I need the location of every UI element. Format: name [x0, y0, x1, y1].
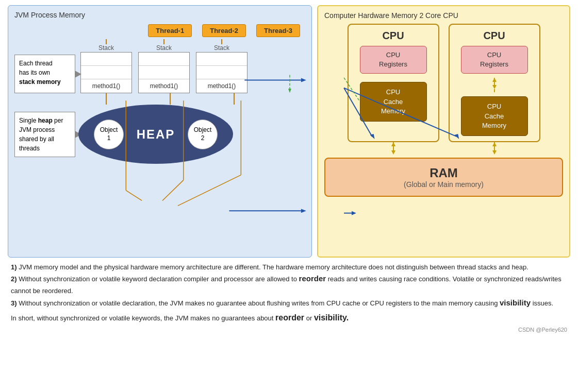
ram-box: RAM (Global or Main memory)	[324, 158, 563, 197]
svg-marker-21	[391, 150, 395, 155]
description-area: 1) JVM memory model and the physical har…	[8, 262, 570, 325]
svg-line-3	[162, 180, 184, 201]
svg-marker-27	[492, 142, 497, 146]
hw-cpus: CPU CPURegisters CPUCacheMemory CPU CPUR…	[324, 24, 563, 142]
hw-section: Computer Hardware Memory 2 Core CPU CPU …	[317, 5, 570, 258]
threads-area: Thread-1 Thread-2 Thread-3 Each threadha…	[14, 24, 305, 105]
cpu-2-cache: CPUCacheMemory	[461, 96, 528, 136]
svg-marker-19	[492, 78, 497, 82]
jvm-section: JVM Process Memory Thread-1 Thread-2 Thr…	[8, 5, 312, 258]
cpu-box-1: CPU CPURegisters CPUCacheMemory	[348, 24, 439, 142]
heap-area: Single heap per JVM process shared by al…	[14, 105, 305, 164]
hw-title: Computer Hardware Memory 2 Core CPU	[324, 11, 563, 20]
svg-marker-9	[301, 209, 306, 213]
object-2: Object2	[188, 120, 218, 149]
thread-2: Thread-2	[202, 24, 246, 37]
stack-col-3: Stack method1()	[196, 39, 247, 93]
watermark: CSDN @Perley620	[8, 327, 570, 333]
svg-line-5	[178, 175, 241, 206]
cpu-1-registers: CPURegisters	[360, 46, 427, 74]
svg-marker-33	[352, 211, 356, 215]
heap-note: Single heap per JVM process shared by al…	[14, 112, 75, 157]
thread-1: Thread-1	[148, 24, 192, 37]
object-1: Object1	[94, 120, 124, 149]
cpu-1-title: CPU	[382, 30, 404, 42]
cpu-2-title: CPU	[483, 30, 505, 42]
thread-3: Thread-3	[256, 24, 300, 37]
heap-ellipse-container: HEAP Object1 Object2	[78, 105, 233, 164]
cpu-1-cache: CPUCacheMemory	[360, 82, 427, 122]
ram-sublabel: (Global or Main memory)	[331, 180, 557, 189]
cpu-2-registers: CPURegisters	[461, 46, 528, 74]
cache-to-ram-arrows	[324, 142, 563, 158]
heap-ellipse: HEAP Object1 Object2	[78, 105, 233, 164]
stack-note: Each threadhas its ownstack memory	[14, 55, 75, 93]
jvm-title: JVM Process Memory	[14, 11, 305, 19]
desc-1: 1) JVM memory model and the physical har…	[11, 262, 567, 272]
ram-label: RAM	[331, 166, 557, 180]
stack-note-arrow	[75, 71, 81, 78]
heap-label: HEAP	[137, 127, 175, 142]
cpu-box-2: CPU CPURegisters CPUCacheMemory	[449, 24, 540, 142]
stack-col-1: Stack method1()	[80, 39, 132, 93]
cpu2-arrow	[489, 78, 500, 92]
bottom-line: In short, without synchronized or volati…	[11, 311, 567, 325]
svg-line-1	[126, 191, 142, 201]
desc-3: 3) Without synchronization or volatile d…	[11, 297, 567, 310]
svg-marker-25	[492, 150, 497, 155]
svg-marker-17	[492, 85, 497, 89]
svg-marker-23	[391, 142, 395, 146]
main-container: JVM Process Memory Thread-1 Thread-2 Thr…	[8, 5, 570, 258]
desc-2: 2) Without synchronization or volatile k…	[11, 272, 567, 296]
stack-col-2: Stack method1()	[138, 39, 190, 93]
